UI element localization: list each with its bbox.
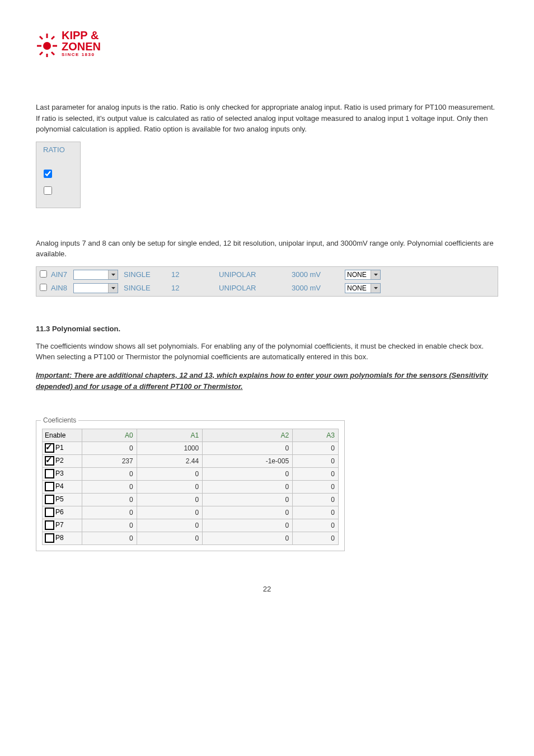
poly-enable-checkbox-p6[interactable]	[45, 508, 54, 517]
poly-label: P4	[55, 482, 64, 490]
ratio-panel: RATIO	[36, 142, 81, 208]
ain8-label: AIN8	[51, 284, 73, 292]
table-row: P70000	[43, 519, 339, 532]
ain8-row: AIN8 SINGLE 12 UNIPOLAR 3000 mV NONE	[40, 283, 494, 293]
ain7-enable-checkbox[interactable]	[40, 270, 47, 278]
ain7-none-dropdown[interactable]: NONE	[345, 270, 381, 280]
ain8-range: 3000 mV	[292, 284, 345, 292]
ain7-label: AIN7	[51, 270, 73, 279]
poly-label: P2	[55, 457, 64, 464]
coef-cell[interactable]: 0	[293, 506, 339, 519]
poly-label: P7	[55, 521, 64, 529]
coef-cell[interactable]: 0	[82, 467, 137, 480]
svg-rect-4	[53, 45, 57, 47]
svg-marker-14	[111, 287, 115, 289]
coef-cell[interactable]: 0	[203, 493, 293, 506]
coef-cell[interactable]: 0	[203, 442, 293, 454]
table-row: P22372.44-1e-0050	[43, 454, 339, 467]
svg-rect-7	[39, 51, 43, 55]
paragraph-ratio-desc: Last parameter for analog inputs is the …	[36, 102, 498, 135]
ratio-title: RATIO	[43, 145, 73, 154]
poly-label: P3	[55, 469, 64, 477]
coef-cell[interactable]: 0	[293, 480, 339, 493]
chevron-down-icon	[371, 270, 380, 279]
coef-cell[interactable]: 0	[82, 493, 137, 506]
ain7-channel-dropdown[interactable]	[73, 270, 118, 280]
coef-cell[interactable]: 0	[203, 480, 293, 493]
poly-enable-checkbox-p2[interactable]	[45, 456, 54, 466]
poly-enable-checkbox-p5[interactable]	[45, 495, 54, 504]
svg-point-0	[43, 42, 51, 50]
table-row: P80000	[43, 532, 339, 544]
coef-cell[interactable]: 0	[293, 467, 339, 480]
coef-cell[interactable]: 0	[82, 519, 137, 532]
coef-cell[interactable]: 0	[293, 493, 339, 506]
coef-cell[interactable]: 0	[137, 519, 202, 532]
coef-header-a2: A2	[203, 429, 293, 442]
coef-cell[interactable]: -1e-005	[203, 454, 293, 467]
poly-enable-checkbox-p1[interactable]	[45, 443, 54, 453]
coef-cell[interactable]: 0	[137, 506, 202, 519]
poly-label: P1	[55, 444, 64, 452]
coef-cell[interactable]: 0	[82, 532, 137, 544]
coef-cell[interactable]: 0	[137, 480, 202, 493]
ratio-checkbox-1[interactable]	[44, 170, 52, 178]
coef-cell[interactable]: 0	[203, 467, 293, 480]
ain8-enable-checkbox[interactable]	[40, 284, 47, 291]
svg-text:ZONEN: ZONEN	[62, 40, 101, 53]
coef-cell[interactable]: 0	[293, 442, 339, 454]
poly-enable-checkbox-p8[interactable]	[45, 533, 54, 543]
coef-cell[interactable]: 0	[137, 467, 202, 480]
svg-rect-6	[51, 36, 55, 40]
poly-enable-checkbox-p4[interactable]	[45, 482, 54, 491]
ain7-bits: 12	[171, 270, 219, 279]
coef-cell[interactable]: 1000	[137, 442, 202, 454]
poly-enable-checkbox-p3[interactable]	[45, 469, 54, 478]
ain8-none-dropdown[interactable]: NONE	[345, 283, 381, 293]
ain7-polarity: UNIPOLAR	[219, 270, 292, 279]
svg-rect-5	[39, 36, 43, 40]
section-heading: 11.3 Polynomial section.	[36, 325, 498, 333]
coef-cell[interactable]: 0	[293, 519, 339, 532]
important-note: Important: There are additional chapters…	[36, 370, 498, 392]
coef-cell[interactable]: 0	[137, 493, 202, 506]
coefficients-table: Enable A0 A1 A2 A3 P10100000P22372.44-1e…	[42, 429, 339, 545]
coef-cell[interactable]: 0	[82, 442, 137, 454]
ain8-bits: 12	[171, 284, 219, 292]
table-row: P10100000	[43, 442, 339, 454]
svg-rect-1	[46, 34, 48, 38]
coef-cell[interactable]: 0	[293, 454, 339, 467]
table-row: P40000	[43, 480, 339, 493]
coef-cell[interactable]: 0	[137, 532, 202, 544]
coefficients-panel: Coeficients Enable A0 A1 A2 A3 P10100000…	[36, 420, 345, 551]
coef-cell[interactable]: 2.44	[137, 454, 202, 467]
ain7-row: AIN7 SINGLE 12 UNIPOLAR 3000 mV NONE	[40, 270, 494, 280]
ratio-checkbox-2[interactable]	[44, 186, 52, 195]
poly-label: P5	[55, 495, 64, 503]
coef-header-enable: Enable	[43, 429, 82, 442]
table-row: P60000	[43, 506, 339, 519]
paragraph-polynomial: The coefficients window shows all set po…	[36, 341, 498, 363]
ain-config-panel: AIN7 SINGLE 12 UNIPOLAR 3000 mV NONE AIN…	[36, 266, 498, 297]
svg-rect-8	[51, 51, 55, 55]
ain8-channel-dropdown[interactable]	[73, 283, 118, 293]
coef-cell[interactable]: 0	[293, 532, 339, 544]
coef-cell[interactable]: 0	[82, 480, 137, 493]
coef-cell[interactable]: 0	[203, 532, 293, 544]
table-row: P50000	[43, 493, 339, 506]
svg-marker-15	[374, 287, 378, 289]
coef-cell[interactable]: 0	[82, 506, 137, 519]
svg-marker-13	[374, 274, 378, 276]
coef-cell[interactable]: 0	[203, 519, 293, 532]
poly-enable-checkbox-p7[interactable]	[45, 520, 54, 530]
ain7-type: SINGLE	[124, 270, 171, 279]
ain8-polarity: UNIPOLAR	[219, 284, 292, 292]
table-row: P30000	[43, 467, 339, 480]
paragraph-ain78: Analog inputs 7 and 8 can only be setup …	[36, 238, 498, 260]
coef-cell[interactable]: 0	[203, 506, 293, 519]
coef-header-a1: A1	[137, 429, 202, 442]
page-number: 22	[36, 585, 498, 593]
svg-rect-3	[37, 45, 41, 47]
coef-cell[interactable]: 237	[82, 454, 137, 467]
chevron-down-icon	[108, 284, 118, 293]
